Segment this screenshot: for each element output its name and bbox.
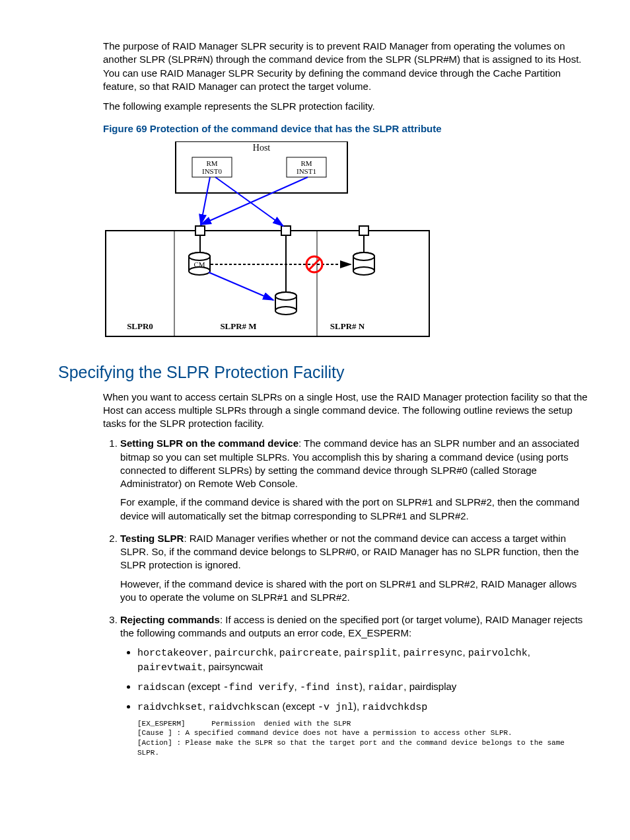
bullet-list: horctakeover, paircurchk, paircreate, pa… bbox=[120, 646, 593, 758]
item-title: Testing SLPR bbox=[120, 533, 184, 544]
list-item: horctakeover, paircurchk, paircreate, pa… bbox=[137, 646, 593, 675]
list-item: Rejecting commands: If access is denied … bbox=[120, 613, 593, 758]
code-block: [EX_ESPERM] Permission denied with the S… bbox=[137, 719, 593, 758]
item-text: : RAID Manager verifies whether or not t… bbox=[120, 533, 579, 571]
svg-rect-8 bbox=[106, 231, 429, 336]
item-title: Rejecting commands bbox=[120, 614, 220, 625]
svg-text:CM: CM bbox=[193, 260, 205, 268]
svg-point-20 bbox=[189, 252, 210, 260]
section-heading: Specifying the SLPR Protection Facility bbox=[58, 362, 593, 384]
svg-text:INST1: INST1 bbox=[297, 167, 316, 175]
ordered-list: Setting SLPR on the command device: The … bbox=[103, 437, 593, 758]
paragraph: The purpose of RAID Manager SLPR securit… bbox=[103, 40, 593, 93]
svg-rect-13 bbox=[359, 226, 368, 235]
paragraph: For example, if the command device is sh… bbox=[120, 496, 593, 523]
svg-text:Host: Host bbox=[253, 143, 271, 153]
figure-caption: Figure 69 Protection of the command devi… bbox=[103, 122, 593, 135]
svg-point-31 bbox=[353, 267, 374, 275]
svg-text:INST0: INST0 bbox=[202, 167, 222, 175]
svg-rect-11 bbox=[195, 226, 205, 235]
list-item: Testing SLPR: RAID Manager verifies whet… bbox=[120, 532, 593, 604]
paragraph: However, if the command device is shared… bbox=[120, 578, 593, 605]
paragraph: When you want to access certain SLPRs on… bbox=[103, 391, 593, 431]
svg-text:RM: RM bbox=[300, 159, 312, 167]
svg-text:RM: RM bbox=[206, 159, 217, 167]
list-item: Setting SLPR on the command device: The … bbox=[120, 437, 593, 523]
svg-rect-12 bbox=[281, 226, 291, 235]
svg-text:SLPR0: SLPR0 bbox=[127, 321, 153, 331]
paragraph: The following example represents the SLP… bbox=[103, 100, 593, 113]
svg-point-26 bbox=[275, 307, 297, 315]
svg-point-32 bbox=[353, 252, 374, 260]
item-title: Setting SLPR on the command device bbox=[120, 438, 298, 449]
figure-diagram: Host RM INST0 RM INST1 CM SLPR0 SLPR# M … bbox=[103, 141, 593, 350]
svg-text:SLPR# N: SLPR# N bbox=[330, 321, 365, 331]
list-item: raidvchkset, raidvchkscan (except -v jnl… bbox=[137, 700, 593, 758]
list-item: raidscan (except -find verify, -find ins… bbox=[137, 680, 593, 695]
svg-point-27 bbox=[275, 292, 297, 300]
svg-text:SLPR# M: SLPR# M bbox=[220, 321, 256, 331]
